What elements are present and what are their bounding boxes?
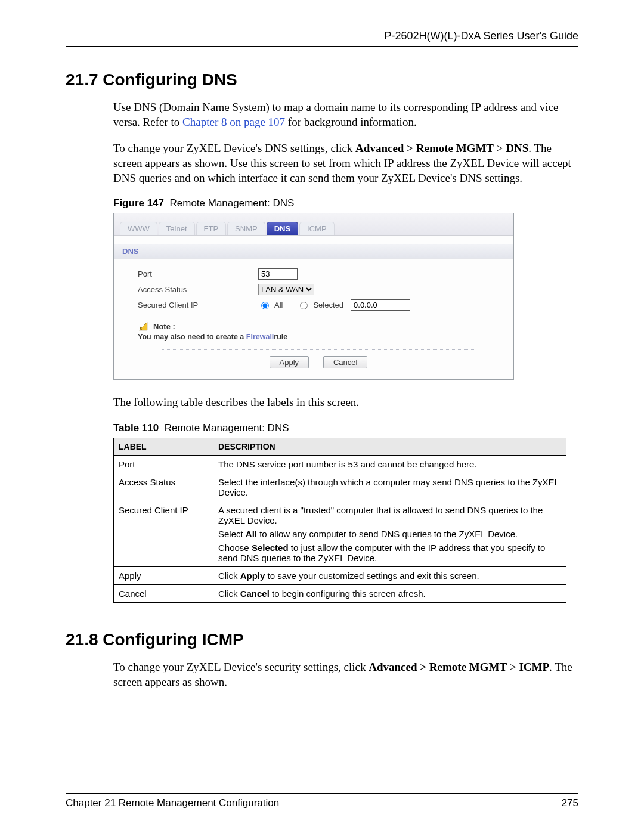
note-text-a: You may also need to create a [138,333,246,341]
cell-desc-p: Choose Selected to just allow the comput… [218,543,561,563]
cell-desc: A secured client is a "trusted" computer… [213,501,566,567]
cell-desc-p: A secured client is a "trusted" computer… [218,505,561,525]
description-table: LABEL DESCRIPTION Port The DNS service p… [113,438,566,603]
section1-para2: To change your ZyXEL Device's DNS settin… [113,141,578,185]
table-row: Access Status Select the interface(s) th… [114,473,566,501]
page-header: P-2602H(W)(L)-DxA Series User's Guide [66,30,578,47]
radio-all-label: All [274,301,283,309]
label-secured-client-ip: Secured Client IP [138,301,251,309]
cell-label: Port [114,456,213,473]
section2-para1: To change your ZyXEL Device's security s… [113,660,578,689]
footer-page: 275 [562,797,578,809]
firewall-link[interactable]: Firewall [246,333,274,341]
cell-desc: Click Apply to save your customized sett… [213,567,566,585]
th-description: DESCRIPTION [213,438,566,456]
cell-desc: The DNS service port number is 53 and ca… [213,456,566,473]
radio-selected[interactable] [300,302,308,309]
chapter8-link[interactable]: Chapter 8 on page 107 [182,116,285,128]
figure-number: Figure 147 [113,197,164,209]
cell-label: Access Status [114,473,213,501]
port-input[interactable] [258,268,298,280]
selected-ip-input[interactable] [351,299,410,311]
access-status-select[interactable]: LAN & WAN [258,284,314,295]
cell-desc: Select the interface(s) through which a … [213,473,566,501]
th-label: LABEL [114,438,213,456]
panel-title: DNS [114,244,513,259]
note-icon [138,321,148,332]
note-text-b: rule [274,333,287,341]
figure-screenshot: WWW Telnet FTP SNMP DNS ICMP DNS Port Ac… [113,213,514,380]
footer-chapter: Chapter 21 Remote Management Configurati… [66,797,279,809]
cell-desc: Click Cancel to begin configuring this s… [213,585,566,603]
cancel-button[interactable]: Cancel [323,356,367,368]
label-port: Port [138,270,251,278]
tab-dns[interactable]: DNS [267,222,298,235]
tab-snmp[interactable]: SNMP [227,222,265,235]
tab-telnet[interactable]: Telnet [159,222,195,235]
note-label: Note : [153,322,175,331]
section1-para1: Use DNS (Domain Name System) to map a do… [113,100,578,129]
cell-label: Apply [114,567,213,585]
radio-selected-label: Selected [313,301,343,309]
cell-desc-p: Select the interface(s) through which a … [218,477,561,497]
after-figure-text: The following table describes the labels… [113,395,578,410]
table-row: Apply Click Apply to save your customize… [114,567,566,585]
figure-title: Remote Management: DNS [170,197,295,209]
section-heading-icmp: 21.8 Configuring ICMP [66,630,578,649]
label-access-status: Access Status [138,285,251,294]
apply-button[interactable]: Apply [270,356,309,368]
note-text: You may also need to create a Firewallru… [138,333,499,341]
cell-label: Cancel [114,585,213,603]
section-heading-dns: 21.7 Configuring DNS [66,70,578,89]
table-title: Remote Management: DNS [165,422,289,433]
cell-desc-p: Click Apply to save your customized sett… [218,571,561,581]
cell-desc-p: The DNS service port number is 53 and ca… [218,459,561,469]
radio-all[interactable] [261,302,269,309]
cell-desc-p: Click Cancel to begin configuring this s… [218,589,561,599]
table-caption: Table 110 Remote Management: DNS [113,422,578,434]
table-row: Cancel Click Cancel to begin configuring… [114,585,566,603]
table-row: Secured Client IP A secured client is a … [114,501,566,567]
figure-caption: Figure 147 Remote Management: DNS [113,197,578,209]
table-number: Table 110 [113,422,159,433]
cell-label: Secured Client IP [114,501,213,567]
tab-ftp[interactable]: FTP [196,222,227,235]
tab-www[interactable]: WWW [120,222,157,235]
cell-desc-p: Select All to allow any computer to send… [218,529,561,539]
table-row: Port The DNS service port number is 53 a… [114,456,566,473]
tab-icmp[interactable]: ICMP [299,222,335,235]
tab-strip: WWW Telnet FTP SNMP DNS ICMP [114,213,513,236]
para1-text-b: for background information. [285,116,417,128]
